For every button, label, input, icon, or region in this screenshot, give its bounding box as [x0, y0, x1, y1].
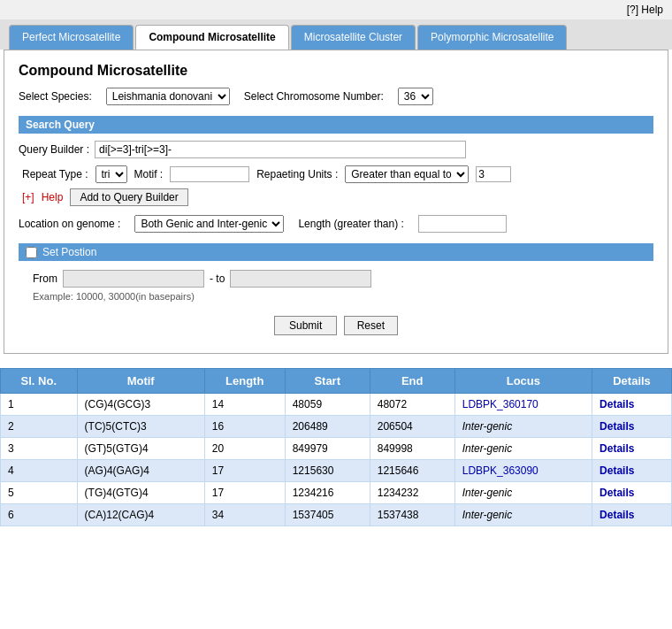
cell-slno: 6	[1, 504, 78, 526]
cell-locus: Inter-genic	[454, 482, 592, 504]
tab-polymorphic[interactable]: Polymorphic Microsatellite	[417, 25, 567, 50]
cell-end: 1215646	[370, 460, 454, 482]
repeating-units-value[interactable]	[476, 166, 511, 182]
repeat-type-label: Repeat Type :	[22, 168, 88, 180]
from-label: From	[33, 272, 57, 285]
cell-locus[interactable]: LDBPK_360170	[454, 394, 592, 416]
cell-locus[interactable]: LDBPK_363090	[454, 460, 592, 482]
cell-length: 34	[204, 504, 285, 526]
to-input[interactable]	[230, 270, 371, 288]
cell-details[interactable]: Details	[592, 394, 672, 416]
help-text-link[interactable]: Help	[42, 191, 64, 203]
col-motif: Motif	[77, 369, 204, 394]
species-row: Select Species: Leishmania donovani Sele…	[19, 88, 653, 105]
cell-slno: 5	[1, 482, 78, 504]
search-query-header: Search Query	[19, 116, 653, 134]
cell-end: 48072	[370, 394, 454, 416]
set-position-header: Set Postion	[19, 243, 653, 261]
set-position-label: Set Postion	[42, 246, 96, 258]
query-builder-row: Query Builder :	[19, 141, 653, 158]
chromosome-select[interactable]: 36	[398, 88, 433, 105]
details-link[interactable]: Details	[599, 487, 634, 499]
table-row: 6(CA)12(CAG)43415374051537438Inter-genic…	[1, 504, 672, 526]
cell-start: 1234216	[285, 482, 370, 504]
repeating-units-label: Repaeting Units :	[256, 168, 338, 180]
chromosome-label: Select Chromosome Number:	[244, 90, 384, 103]
cell-locus: Inter-genic	[454, 504, 592, 526]
table-row: 1(CG)4(GCG)3144805948072LDBPK_360170Deta…	[1, 394, 672, 416]
cell-details[interactable]: Details	[592, 460, 672, 482]
repeat-type-select[interactable]: tri	[95, 165, 127, 183]
cell-motif: (CG)4(GCG)3	[77, 394, 204, 416]
cell-locus: Inter-genic	[454, 438, 592, 460]
length-label: Length (greater than) :	[298, 218, 403, 230]
details-link[interactable]: Details	[599, 464, 634, 477]
submit-row: Submit Reset	[19, 316, 653, 335]
cell-motif: (TC)5(CTC)3	[77, 416, 204, 438]
cell-slno: 3	[1, 438, 78, 460]
cell-details[interactable]: Details	[592, 416, 672, 438]
cell-start: 849979	[285, 438, 370, 460]
cell-end: 206504	[370, 416, 454, 438]
cell-details[interactable]: Details	[592, 438, 672, 460]
reset-button[interactable]: Reset	[344, 316, 398, 335]
species-select[interactable]: Leishmania donovani	[106, 88, 230, 105]
col-locus: Locus	[454, 369, 592, 394]
cell-length: 17	[204, 482, 285, 504]
cell-motif: (CA)12(CAG)4	[77, 504, 204, 526]
from-input[interactable]	[63, 270, 204, 288]
locus-link[interactable]: LDBPK_363090	[462, 464, 538, 477]
tab-cluster[interactable]: Microsatellite Cluster	[291, 25, 416, 50]
motif-input[interactable]	[170, 166, 249, 182]
cell-motif: (AG)4(GAG)4	[77, 460, 204, 482]
cell-details[interactable]: Details	[592, 482, 672, 504]
locus-link[interactable]: LDBPK_360170	[462, 398, 538, 410]
help-row: [+] Help Add to Query Builder	[19, 188, 653, 206]
col-start: Start	[285, 369, 370, 394]
query-builder-label: Query Builder :	[19, 143, 89, 156]
location-select[interactable]: Both Genic and Inter-genic	[134, 215, 284, 233]
cell-details[interactable]: Details	[592, 504, 672, 526]
details-link[interactable]: Details	[599, 398, 634, 410]
top-bar: [?] Help	[0, 0, 672, 19]
cell-end: 1537438	[370, 504, 454, 526]
repeating-units-select[interactable]: Greater than equal to	[345, 165, 469, 183]
cell-length: 17	[204, 460, 285, 482]
table-row: 4(AG)4(GAG)41712156301215646LDBPK_363090…	[1, 460, 672, 482]
details-link[interactable]: Details	[599, 420, 634, 433]
cell-start: 206489	[285, 416, 370, 438]
cell-end: 1234232	[370, 482, 454, 504]
query-input[interactable]	[95, 141, 466, 158]
col-details: Details	[592, 369, 672, 394]
cell-start: 1215630	[285, 460, 370, 482]
cell-start: 1537405	[285, 504, 370, 526]
species-label: Select Species:	[19, 90, 92, 103]
cell-motif: (TG)4(GTG)4	[77, 482, 204, 504]
set-position-checkbox[interactable]	[26, 247, 37, 258]
table-body: 1(CG)4(GCG)3144805948072LDBPK_360170Deta…	[1, 394, 672, 526]
cell-slno: 2	[1, 416, 78, 438]
help-bracket: [+]	[22, 191, 34, 203]
submit-button[interactable]: Submit	[274, 316, 337, 335]
to-label: - to	[210, 272, 225, 285]
add-to-query-button[interactable]: Add to Query Builder	[70, 188, 187, 206]
tab-perfect[interactable]: Perfect Microsatellite	[9, 25, 134, 50]
length-input[interactable]	[418, 215, 507, 233]
main-content: Compound Microsatellite Select Species: …	[4, 50, 668, 354]
details-link[interactable]: Details	[599, 509, 634, 521]
col-end: End	[370, 369, 454, 394]
cell-slno: 1	[1, 394, 78, 416]
cell-end: 849998	[370, 438, 454, 460]
cell-length: 20	[204, 438, 285, 460]
tabs-container: Perfect Microsatellite Compound Microsat…	[0, 19, 672, 50]
position-row: From - to	[19, 270, 653, 288]
results-table: Sl. No. Motif Length Start End Locus Det…	[0, 368, 672, 526]
help-link[interactable]: [?] Help	[627, 4, 663, 16]
col-length: Length	[204, 369, 285, 394]
cell-start: 48059	[285, 394, 370, 416]
table-row: 5(TG)4(GTG)41712342161234232Inter-genicD…	[1, 482, 672, 504]
tab-compound[interactable]: Compound Microsatellite	[135, 25, 288, 50]
page-title: Compound Microsatellite	[19, 63, 653, 79]
details-link[interactable]: Details	[599, 442, 634, 455]
location-row: Location on genome : Both Genic and Inte…	[19, 215, 653, 233]
